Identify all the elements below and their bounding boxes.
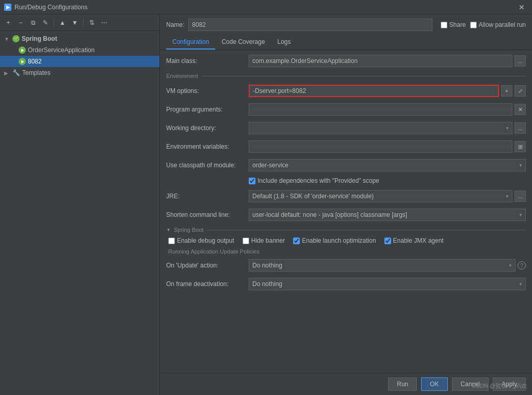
- tab-code-coverage[interactable]: Code Coverage: [215, 35, 271, 50]
- on-update-label: On 'Update' action:: [166, 262, 249, 269]
- close-button[interactable]: ✕: [515, 2, 528, 12]
- allow-parallel-checkbox-label[interactable]: Allow parallel run: [470, 21, 526, 28]
- on-frame-row: On frame deactivation: Do nothing: [166, 277, 526, 291]
- jre-browse-btn[interactable]: ...: [514, 191, 526, 202]
- jre-select[interactable]: Default (1.8 - SDK of 'order-service' mo…: [249, 190, 512, 202]
- jre-row: JRE: Default (1.8 - SDK of 'order-servic…: [166, 189, 526, 203]
- move-up-button[interactable]: ▲: [57, 18, 68, 28]
- app-icon: ▶: [4, 4, 11, 11]
- name-input[interactable]: [188, 19, 432, 31]
- spring-boot-section-header: Spring Boot: [166, 227, 526, 233]
- config-8082-label: 8082: [28, 58, 42, 65]
- sidebar-toolbar: + − ⧉ ✎ ▲ ▼ ⇅ ⋯: [0, 14, 159, 31]
- edit-defaults-button[interactable]: ✎: [40, 18, 51, 28]
- main-class-row: Main class: ...: [166, 54, 526, 68]
- working-dir-select[interactable]: [249, 122, 512, 134]
- on-frame-label: On frame deactivation:: [166, 280, 249, 288]
- ok-button[interactable]: OK: [421, 377, 447, 391]
- shorten-cmd-row: Shorten command line: user-local default…: [166, 208, 526, 222]
- classpath-label: Use classpath of module:: [166, 162, 249, 169]
- include-deps-checkbox-label[interactable]: Include dependencies with "Provided" sco…: [249, 177, 379, 184]
- hide-banner-checkbox[interactable]: [243, 238, 249, 244]
- program-args-input[interactable]: [249, 103, 512, 116]
- remove-config-button[interactable]: −: [15, 18, 26, 28]
- include-deps-row: Include dependencies with "Provided" sco…: [166, 177, 526, 184]
- enable-jmx-label[interactable]: Enable JMX agent: [384, 237, 444, 244]
- on-update-row: On 'Update' action: Do nothing ?: [166, 259, 526, 272]
- enable-jmx-text: Enable JMX agent: [393, 237, 444, 244]
- wrench-icon: 🔧: [12, 69, 20, 76]
- expand-icon: ▼: [4, 36, 10, 42]
- enable-jmx-checkbox[interactable]: [384, 238, 391, 244]
- spring-boot-section: Spring Boot Enable debug output Hide ban…: [166, 227, 526, 291]
- templates-expand-icon: ▶: [4, 70, 10, 76]
- working-dir-browse-btn[interactable]: ...: [514, 122, 526, 134]
- toolbar-separator: [54, 19, 54, 27]
- run-config-icon2: ▶: [19, 58, 26, 65]
- running-policies-label: Running Application Update Policies: [166, 248, 526, 255]
- spring-boot-group[interactable]: ▼ 🌱 Spring Boot: [0, 33, 159, 44]
- header-checkboxes: Share Allow parallel run: [441, 21, 526, 28]
- env-vars-input[interactable]: [249, 140, 512, 153]
- sidebar-item-order-service[interactable]: ▶ OrderServiceApplication: [0, 44, 159, 56]
- vm-options-input-group: + ⤢: [249, 85, 526, 97]
- vm-options-label: VM options:: [166, 87, 249, 94]
- tabs: Configuration Code Coverage Logs: [160, 35, 532, 50]
- sidebar-item-8082[interactable]: ▶ 8082: [0, 56, 159, 67]
- add-config-button[interactable]: +: [3, 18, 13, 28]
- move-down-button[interactable]: ▼: [70, 18, 80, 28]
- vm-options-expand-btn[interactable]: ⤢: [514, 85, 526, 97]
- shorten-cmd-label: Shorten command line:: [166, 211, 249, 218]
- jre-label: JRE:: [166, 193, 249, 200]
- main-class-input[interactable]: [249, 55, 512, 67]
- tab-configuration[interactable]: Configuration: [166, 35, 215, 50]
- spring-boot-label: Spring Boot: [22, 35, 57, 42]
- tab-logs[interactable]: Logs: [271, 35, 297, 50]
- enable-launch-text: Enable launch optimization: [302, 237, 376, 244]
- classpath-row: Use classpath of module: order-service: [166, 159, 526, 172]
- title-bar-left: ▶ Run/Debug Configurations: [4, 4, 87, 11]
- shorten-cmd-select[interactable]: user-local default: none - java [options…: [249, 209, 526, 221]
- enable-debug-label[interactable]: Enable debug output: [168, 237, 234, 244]
- on-update-input-group: Do nothing ?: [249, 259, 526, 272]
- sidebar: + − ⧉ ✎ ▲ ▼ ⇅ ⋯ ▼ 🌱 Spring Boot ▶ OrderS…: [0, 14, 160, 395]
- run-button[interactable]: Run: [388, 377, 417, 391]
- jre-input-group: Default (1.8 - SDK of 'order-service' mo…: [249, 190, 526, 202]
- tree-container: ▼ 🌱 Spring Boot ▶ OrderServiceApplicatio…: [0, 31, 159, 395]
- title-bar: ▶ Run/Debug Configurations ✕: [0, 0, 532, 14]
- vm-options-row: VM options: + ⤢: [166, 84, 526, 98]
- hide-banner-label[interactable]: Hide banner: [243, 237, 285, 244]
- program-args-clear-btn[interactable]: ✕: [514, 104, 526, 115]
- working-dir-label: Working directory:: [166, 124, 249, 132]
- enable-launch-label[interactable]: Enable launch optimization: [293, 237, 376, 244]
- watermark: CSDN @贺禧年_码农: [472, 382, 527, 390]
- hide-banner-text: Hide banner: [251, 237, 285, 244]
- program-args-label: Program arguments:: [166, 106, 249, 113]
- include-deps-checkbox[interactable]: [249, 178, 255, 184]
- on-update-help-icon[interactable]: ?: [518, 261, 526, 270]
- vm-options-input[interactable]: [249, 85, 499, 97]
- sidebar-item-templates[interactable]: ▶ 🔧 Templates: [0, 67, 159, 78]
- main-container: + − ⧉ ✎ ▲ ▼ ⇅ ⋯ ▼ 🌱 Spring Boot ▶ OrderS…: [0, 14, 532, 395]
- share-checkbox[interactable]: [441, 22, 447, 28]
- working-dir-row: Working directory: ...: [166, 121, 526, 135]
- share-checkbox-label[interactable]: Share: [441, 21, 466, 28]
- enable-debug-text: Enable debug output: [177, 237, 234, 244]
- main-class-browse-btn[interactable]: ...: [514, 55, 526, 67]
- environment-label: Environment: [166, 73, 198, 79]
- order-service-label: OrderServiceApplication: [28, 46, 94, 54]
- on-update-select[interactable]: Do nothing: [249, 259, 515, 272]
- enable-debug-checkbox[interactable]: [168, 238, 175, 244]
- env-vars-edit-btn[interactable]: ⊞: [514, 141, 526, 152]
- vm-options-add-btn[interactable]: +: [501, 85, 512, 97]
- on-frame-select[interactable]: Do nothing: [249, 278, 526, 290]
- more-button[interactable]: ⋯: [99, 18, 109, 28]
- enable-launch-checkbox[interactable]: [293, 238, 300, 244]
- templates-label: Templates: [22, 69, 51, 76]
- sort-button[interactable]: ⇅: [87, 18, 97, 28]
- classpath-select[interactable]: order-service: [249, 159, 526, 171]
- config-content: Main class: ... Environment VM options: …: [160, 50, 532, 373]
- allow-parallel-checkbox[interactable]: [470, 22, 477, 28]
- copy-config-button[interactable]: ⧉: [28, 18, 38, 28]
- name-label: Name:: [166, 21, 184, 28]
